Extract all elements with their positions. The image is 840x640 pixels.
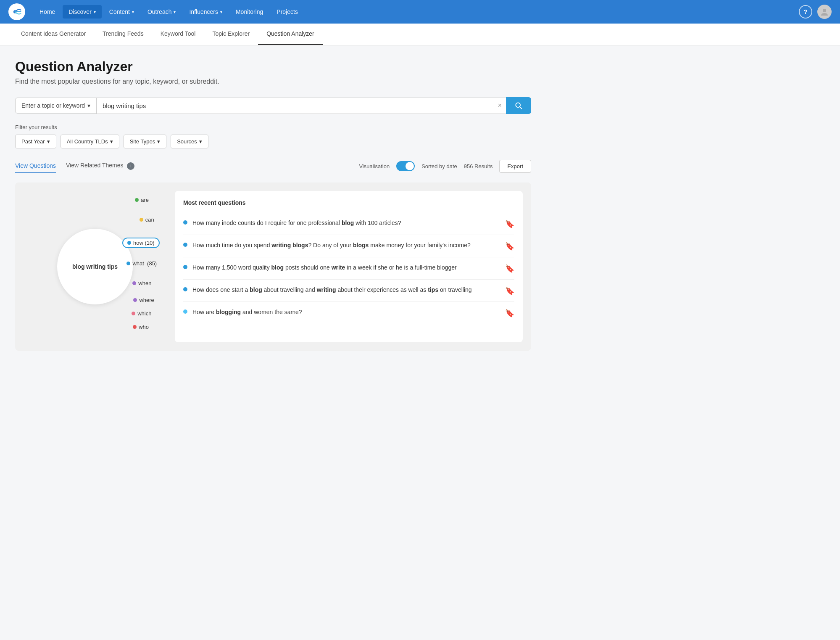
topic-dropdown[interactable]: Enter a topic or keyword ▾ — [15, 98, 96, 114]
sorted-by-label: Sorted by date — [421, 163, 457, 169]
chevron-down-icon: ▾ — [110, 138, 113, 145]
question-dot — [183, 287, 187, 291]
question-text: How many 1,500 word quality blog posts s… — [192, 263, 500, 272]
search-row: Enter a topic or keyword ▾ × — [15, 97, 531, 114]
word-tag-are[interactable]: are — [135, 197, 149, 203]
word-dot — [132, 281, 136, 285]
question-text: How much time do you spend writing blogs… — [192, 241, 500, 250]
clear-icon[interactable]: × — [498, 102, 502, 109]
chevron-down-icon: ▾ — [94, 10, 96, 14]
filter-past-year[interactable]: Past Year ▾ — [15, 135, 56, 148]
visualisation-label: Visualisation — [359, 163, 390, 169]
svg-point-1 — [823, 9, 826, 12]
filter-sources[interactable]: Sources ▾ — [171, 135, 208, 148]
question-text: How does one start a blog about travelli… — [192, 286, 500, 294]
question-dot — [183, 265, 187, 269]
filter-row: Past Year ▾ All Country TLDs ▾ Site Type… — [15, 135, 531, 148]
nav-right: ? — [799, 5, 832, 19]
word-dot — [133, 298, 137, 302]
question-item: How much time do you spend writing blogs… — [183, 235, 514, 257]
svg-line-3 — [520, 107, 522, 109]
tab-question-analyzer[interactable]: Question Analyzer — [258, 24, 323, 45]
question-text: How many inode counts do I require for o… — [192, 219, 500, 227]
tab-content-ideas[interactable]: Content Ideas Generator — [13, 24, 94, 45]
chevron-down-icon: ▾ — [199, 138, 202, 145]
word-dot — [127, 241, 131, 245]
question-item: How are blogging and women the same? 🔖 — [183, 302, 514, 324]
help-button[interactable]: ? — [799, 5, 812, 19]
search-input[interactable] — [97, 98, 506, 114]
tab-view-questions[interactable]: View Questions — [15, 159, 56, 173]
bookmark-icon[interactable]: 🔖 — [505, 286, 514, 296]
tab-view-related-themes[interactable]: View Related Themes i — [66, 159, 134, 174]
tabs-right-controls: Visualisation Sorted by date 956 Results… — [359, 160, 531, 173]
page-title: Question Analyzer — [15, 59, 531, 74]
bookmark-icon[interactable]: 🔖 — [505, 309, 514, 318]
questions-panel: Most recent questions How many inode cou… — [175, 191, 523, 342]
circle-visualization: blog writing tips are can — [24, 191, 166, 342]
word-dot — [133, 325, 137, 329]
filter-site-types[interactable]: Site Types ▾ — [124, 135, 166, 148]
visualization-area: blog writing tips are can — [15, 182, 531, 351]
bookmark-icon[interactable]: 🔖 — [505, 264, 514, 273]
question-item: How many 1,500 word quality blog posts s… — [183, 257, 514, 280]
tab-topic-explorer[interactable]: Topic Explorer — [204, 24, 258, 45]
chevron-down-icon: ▾ — [157, 138, 160, 145]
nav-content[interactable]: Content ▾ — [103, 5, 140, 19]
export-button[interactable]: Export — [499, 160, 531, 173]
word-dot — [140, 218, 143, 222]
bookmark-icon[interactable]: 🔖 — [505, 242, 514, 251]
nav-home[interactable]: Home — [34, 5, 61, 19]
question-text: How are blogging and women the same? — [192, 308, 500, 317]
page-subtitle: Find the most popular questions for any … — [15, 78, 531, 85]
toggle-knob — [406, 162, 414, 170]
word-tag-how[interactable]: how (10) — [122, 238, 160, 248]
sub-nav: Content Ideas Generator Trending Feeds K… — [0, 24, 840, 45]
chevron-down-icon: ▾ — [220, 10, 222, 14]
question-item: How does one start a blog about travelli… — [183, 280, 514, 302]
chevron-down-icon: ▾ — [132, 10, 134, 14]
questions-title: Most recent questions — [183, 199, 514, 206]
main-content: Question Analyzer Find the most popular … — [0, 45, 546, 364]
question-item: How many inode counts do I require for o… — [183, 213, 514, 235]
results-count: 956 Results — [464, 163, 493, 169]
info-icon[interactable]: i — [127, 162, 134, 170]
filter-label: Filter your results — [15, 124, 531, 130]
word-tag-who[interactable]: who — [133, 324, 149, 330]
logo[interactable] — [8, 3, 25, 20]
word-tag-can[interactable]: can — [140, 217, 154, 223]
nav-discover[interactable]: Discover ▾ — [63, 5, 101, 19]
nav-projects[interactable]: Projects — [271, 5, 304, 19]
nav-outreach[interactable]: Outreach ▾ — [142, 5, 182, 19]
chevron-down-icon: ▾ — [47, 138, 50, 145]
tab-keyword-tool[interactable]: Keyword Tool — [152, 24, 204, 45]
search-button[interactable] — [506, 97, 531, 114]
nav-influencers[interactable]: Influencers ▾ — [183, 5, 228, 19]
top-nav: Home Discover ▾ Content ▾ Outreach ▾ Inf… — [0, 0, 840, 24]
bookmark-icon[interactable]: 🔖 — [505, 220, 514, 229]
tabs-row: View Questions View Related Themes i Vis… — [15, 159, 531, 174]
visualisation-toggle[interactable] — [396, 161, 415, 171]
word-tag-what[interactable]: what (85) — [126, 260, 157, 267]
nav-monitoring[interactable]: Monitoring — [230, 5, 269, 19]
user-avatar[interactable] — [817, 5, 832, 19]
chevron-down-icon: ▾ — [87, 102, 90, 109]
word-tag-when[interactable]: when — [132, 280, 151, 286]
tab-trending-feeds[interactable]: Trending Feeds — [94, 24, 152, 45]
word-dot — [132, 312, 135, 315]
word-tag-where[interactable]: where — [133, 297, 154, 303]
search-icon — [514, 101, 523, 110]
question-dot — [183, 243, 187, 247]
search-input-wrap: × — [96, 98, 506, 114]
word-dot — [135, 198, 139, 202]
question-dot — [183, 309, 187, 314]
word-tag-which[interactable]: which — [132, 310, 151, 317]
question-dot — [183, 220, 187, 225]
word-tags: are can how (10) what (85 — [28, 191, 162, 342]
chevron-down-icon: ▾ — [174, 10, 176, 14]
word-dot — [126, 262, 130, 265]
filter-country-tlds[interactable]: All Country TLDs ▾ — [61, 135, 119, 148]
